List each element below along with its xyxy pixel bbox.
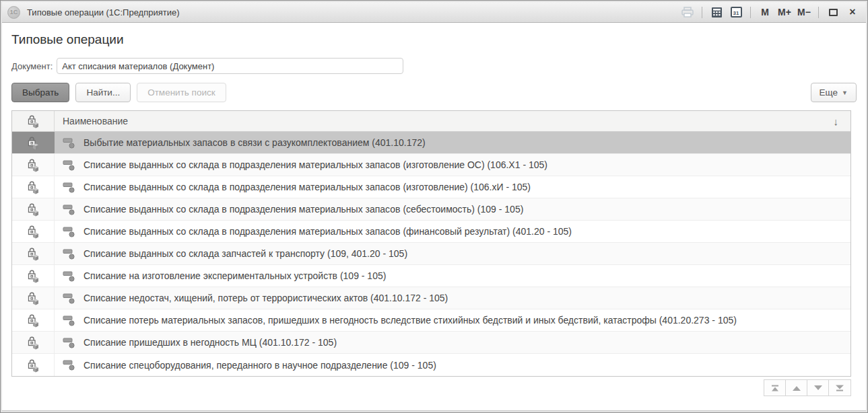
operation-name: Списание выданных со склада в подразделе… — [84, 226, 572, 237]
window-title: Типовые операции (1С:Предприятие) — [27, 7, 180, 17]
maximize-icon — [829, 9, 838, 16]
document-label: Документ: — [11, 61, 53, 71]
row-lock-cell — [12, 154, 55, 176]
operation-name: Списание выданных со склада запчастей к … — [84, 248, 407, 259]
move-down-button[interactable] — [807, 380, 829, 396]
operation-icon — [63, 182, 75, 193]
titlebar: 1С Типовые операции (1С:Предприятие) — [2, 2, 866, 23]
table-row[interactable]: Списание выданных со склада запчастей к … — [12, 243, 850, 265]
arrow-down-icon — [813, 384, 823, 392]
calendar-day: 31 — [733, 10, 739, 16]
table-header: Наименование ↓ — [12, 111, 850, 132]
sort-descending-icon[interactable]: ↓ — [834, 116, 839, 127]
operation-name: Списание потерь материальных запасов, пр… — [84, 315, 737, 326]
lock-cube-icon — [26, 114, 40, 128]
more-button[interactable]: Еще▼ — [811, 83, 857, 102]
operation-name: Списание на изготовление экспериментальн… — [84, 270, 386, 281]
app-window: 1С Типовые операции (1С:Предприятие) — [0, 0, 868, 413]
lock-cube-icon — [26, 157, 40, 172]
table-row[interactable]: Списание пришедших в негодность МЦ (401.… — [12, 332, 850, 354]
row-lock-cell — [12, 243, 55, 264]
table-row[interactable]: Выбытие материальных запасов в связи с р… — [12, 132, 850, 154]
lock-cube-icon — [26, 291, 40, 305]
memory-plus-button[interactable]: M+ — [778, 5, 791, 20]
row-lock-cell — [12, 309, 55, 331]
operation-icon — [63, 159, 75, 171]
1c-logo-icon: 1С — [7, 6, 20, 19]
row-lock-cell — [12, 354, 55, 376]
operation-icon — [63, 226, 75, 237]
row-lock-cell — [12, 176, 55, 198]
row-navigation — [11, 379, 851, 396]
lock-cube-icon — [26, 335, 40, 350]
operation-icon — [63, 204, 75, 215]
chevron-down-icon: ▼ — [842, 89, 848, 96]
operation-name: Выбытие материальных запасов в связи с р… — [84, 137, 426, 148]
operation-icon — [63, 137, 75, 149]
operation-icon — [63, 359, 75, 371]
go-last-button[interactable] — [829, 380, 850, 396]
operation-icon — [63, 315, 75, 326]
operation-name: Списание пришедших в негодность МЦ (401.… — [84, 337, 337, 348]
operation-icon — [63, 248, 75, 260]
arrow-up-icon — [792, 384, 801, 392]
go-first-button[interactable] — [764, 380, 786, 396]
lock-cube-icon — [26, 268, 40, 283]
go-last-icon — [835, 384, 844, 392]
operation-icon — [63, 270, 75, 282]
table-row[interactable]: Списание выданных со склада в подразделе… — [12, 221, 850, 243]
table-row[interactable]: Списание выданных со склада в подразделе… — [12, 176, 850, 198]
name-column-header[interactable]: Наименование ↓ — [55, 111, 850, 131]
row-lock-cell — [12, 132, 55, 153]
move-up-button[interactable] — [786, 380, 807, 396]
document-form-row: Документ: — [11, 58, 857, 74]
calendar-icon[interactable]: 31 — [729, 5, 743, 20]
document-input[interactable] — [57, 58, 403, 74]
lock-cube-icon — [26, 224, 40, 239]
table-row[interactable]: Списание выданных со склада в подразделе… — [12, 154, 850, 176]
lock-cube-icon — [26, 135, 40, 150]
find-button[interactable]: Найти... — [75, 83, 131, 102]
titlebar-separator — [702, 7, 702, 18]
row-lock-cell — [12, 287, 55, 309]
toolbar: Выбрать Найти... Отменить поиск Еще▼ — [11, 83, 857, 102]
maximize-button[interactable] — [826, 5, 840, 20]
operation-name: Списание спецоборудования, переданного в… — [84, 360, 436, 371]
lock-column-header[interactable] — [12, 111, 55, 131]
lock-cube-icon — [26, 313, 40, 328]
titlebar-separator — [818, 7, 819, 18]
table-row[interactable]: Списание потерь материальных запасов, пр… — [12, 309, 850, 332]
lock-cube-icon — [26, 202, 40, 217]
operation-name: Списание недостач, хищений, потерь от те… — [84, 293, 448, 303]
operation-icon — [63, 293, 75, 304]
page-title: Типовые операции — [11, 32, 857, 47]
table-row[interactable]: Списание спецоборудования, переданного в… — [12, 354, 850, 376]
go-first-icon — [770, 384, 780, 392]
operations-table: Наименование ↓ Выбытие м — [11, 110, 851, 377]
lock-cube-icon — [26, 180, 40, 194]
memory-minus-button[interactable]: M− — [797, 5, 811, 20]
operation-name: Списание выданных со склада в подразделе… — [84, 204, 523, 215]
cancel-search-button: Отменить поиск — [137, 83, 226, 102]
row-lock-cell — [12, 221, 55, 242]
table-row[interactable]: Списание на изготовление экспериментальн… — [12, 265, 850, 287]
row-lock-cell — [12, 265, 55, 287]
row-lock-cell — [12, 198, 55, 220]
operation-name: Списание выданных со склада в подразделе… — [84, 182, 531, 192]
table-body: Выбытие материальных запасов в связи с р… — [12, 132, 850, 376]
titlebar-separator — [750, 7, 751, 18]
table-row[interactable]: Списание выданных со склада в подразделе… — [12, 198, 850, 221]
operation-name: Списание выданных со склада в подразделе… — [84, 159, 547, 170]
titlebar-buttons: 31 M M+ M− × — [681, 5, 859, 20]
print-icon[interactable] — [681, 5, 694, 20]
lock-cube-icon — [26, 246, 40, 261]
memory-button[interactable]: M — [758, 5, 772, 20]
close-button[interactable]: × — [846, 5, 859, 20]
lock-cube-icon — [26, 358, 40, 373]
select-button[interactable]: Выбрать — [11, 83, 69, 102]
operation-icon — [63, 337, 75, 348]
content-area: Типовые операции Документ: Выбрать Найти… — [1, 32, 867, 396]
table-row[interactable]: Списание недостач, хищений, потерь от те… — [12, 287, 850, 309]
calculator-icon[interactable] — [710, 5, 723, 20]
row-lock-cell — [12, 332, 55, 353]
